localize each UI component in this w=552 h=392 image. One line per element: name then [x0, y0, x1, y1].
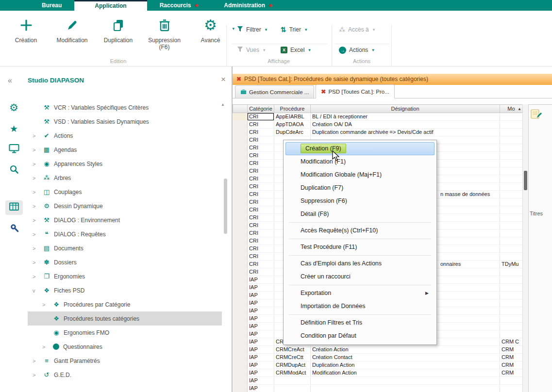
- context-menu-item[interactable]: [288, 222, 432, 223]
- row-selector-cell[interactable]: [233, 292, 248, 299]
- cell-modele[interactable]: [500, 191, 523, 198]
- chevron-icon[interactable]: >: [28, 260, 41, 265]
- menubar-tab-raccourcis[interactable]: Raccourcis❖: [147, 0, 212, 11]
- cell-modele[interactable]: [500, 129, 523, 136]
- cell-designation[interactable]: BL / EDI à receptionner: [311, 113, 500, 121]
- header-procedure[interactable]: Procédure: [274, 105, 311, 113]
- cell-procedure[interactable]: [274, 385, 311, 392]
- vues-button[interactable]: Vues ▾: [237, 43, 265, 57]
- cell-categorie[interactable]: IAP: [248, 307, 274, 315]
- row-selector-cell[interactable]: [233, 237, 248, 245]
- cell-procedure[interactable]: [274, 377, 311, 385]
- header-modele[interactable]: Mo▲: [500, 105, 523, 113]
- context-menu-item[interactable]: [288, 285, 432, 285]
- row-selector-cell[interactable]: [233, 369, 248, 377]
- context-menu-item[interactable]: Suppression (F6): [285, 195, 435, 208]
- chevron-down-icon[interactable]: ▾: [232, 26, 234, 31]
- table-row[interactable]: IAP CRMCreAct Création Action CRM: [233, 346, 523, 354]
- cell-categorie[interactable]: IAP: [248, 369, 274, 377]
- chevron-icon[interactable]: >: [28, 358, 41, 364]
- cell-categorie[interactable]: CRI: [248, 152, 274, 160]
- chevron-icon[interactable]: >: [28, 161, 41, 167]
- row-selector-cell[interactable]: [233, 261, 248, 268]
- cell-categorie[interactable]: IAP: [248, 338, 274, 346]
- context-menu-item[interactable]: Détail (F8): [285, 208, 435, 221]
- cell-procedure[interactable]: AppEIARBL: [274, 113, 311, 121]
- row-selector-cell[interactable]: [233, 183, 248, 191]
- row-selector-cell[interactable]: [233, 299, 248, 307]
- menubar-tab-bureau[interactable]: Bureau: [29, 0, 74, 11]
- sidebar-tree-item[interactable]: > ▦ Agendas: [28, 143, 222, 157]
- cell-designation[interactable]: Création Action: [311, 346, 500, 354]
- sidebar-tree-item[interactable]: > ◫ Couplages: [28, 185, 222, 199]
- cell-designation[interactable]: [311, 377, 500, 385]
- table-row[interactable]: IAP CRMModAct Modification Action CRM: [233, 369, 523, 377]
- table-row[interactable]: IAP CRMDupAct Duplication Action CRM: [233, 361, 523, 369]
- row-selector-cell[interactable]: [233, 144, 248, 152]
- row-selector-cell[interactable]: [233, 160, 248, 167]
- row-selector-cell[interactable]: [233, 245, 248, 253]
- context-menu-item[interactable]: Création (F9): [285, 142, 435, 155]
- cell-categorie[interactable]: CRI: [248, 198, 274, 206]
- acces-a-button[interactable]: ⁂ Accès à ▾: [339, 22, 375, 37]
- row-selector-cell[interactable]: [233, 315, 248, 323]
- duplication-button[interactable]: Duplication: [95, 15, 141, 50]
- cell-categorie[interactable]: IAP: [248, 276, 274, 284]
- chevron-icon[interactable]: >: [28, 189, 41, 195]
- sidebar-scrollbar-thumb[interactable]: [224, 179, 227, 234]
- cell-procedure[interactable]: AppTDAOA: [274, 121, 311, 129]
- cell-categorie[interactable]: IAP: [248, 284, 274, 292]
- sidebar-tree-item[interactable]: > ❝ DIALOG : Requêtes: [28, 227, 222, 241]
- cell-modele[interactable]: [500, 377, 523, 385]
- cell-categorie[interactable]: CRI: [248, 175, 274, 183]
- table-row[interactable]: CRI AppEIARBL BL / EDI à receptionner: [233, 113, 523, 121]
- cell-modele[interactable]: [500, 113, 523, 121]
- cell-categorie[interactable]: CRI: [248, 183, 274, 191]
- modification-button[interactable]: Modification: [49, 15, 95, 50]
- chevron-icon[interactable]: >: [37, 344, 51, 350]
- chevron-icon[interactable]: >: [28, 217, 41, 223]
- cell-modele[interactable]: [500, 121, 523, 129]
- chevron-icon[interactable]: >: [28, 372, 41, 378]
- cell-modele[interactable]: [500, 268, 523, 276]
- chevron-icon[interactable]: >: [28, 274, 41, 279]
- row-selector-cell[interactable]: [233, 338, 248, 346]
- sidebar-tree-item[interactable]: > ▤ Documents: [28, 241, 222, 255]
- sidebar-tree-item[interactable]: > ⚒ DIALOG : Environnement: [28, 213, 222, 227]
- cell-categorie[interactable]: CRI: [248, 144, 274, 152]
- row-selector-cell[interactable]: [233, 284, 248, 292]
- cell-categorie[interactable]: CRI: [248, 167, 274, 175]
- cell-categorie[interactable]: CRI: [248, 253, 274, 261]
- select-all-header[interactable]: [233, 105, 248, 113]
- table-row[interactable]: IAP: [233, 385, 523, 392]
- collapse-sidebar-button[interactable]: «: [8, 76, 12, 85]
- context-menu-item[interactable]: Créer un raccourci: [285, 270, 435, 283]
- cell-categorie[interactable]: IAP: [248, 315, 274, 323]
- cell-categorie[interactable]: CRI: [248, 206, 274, 214]
- chevron-icon[interactable]: >: [28, 147, 41, 153]
- cell-modele[interactable]: [500, 198, 523, 206]
- table-row[interactable]: CRI DupCdeArc Duplication commande archi…: [233, 129, 523, 136]
- context-menu-item[interactable]: Accès Requête(s) (Ctrl+F10): [285, 224, 435, 237]
- context-menu-item[interactable]: Test Procédure (F11): [285, 241, 435, 254]
- sidebar-tree-item[interactable]: ⚒ VSD : Variables Saisies Dynamiques: [28, 114, 222, 129]
- context-menu-item[interactable]: [288, 239, 432, 239]
- actions-button[interactable]: → Actions ▾: [339, 43, 374, 57]
- cell-categorie[interactable]: CRI: [248, 245, 274, 253]
- cell-designation[interactable]: Création OA/ DA: [311, 121, 500, 129]
- cell-categorie[interactable]: IAP: [248, 354, 274, 361]
- cell-modele[interactable]: [500, 385, 523, 392]
- cell-categorie[interactable]: CRI: [248, 160, 274, 167]
- row-selector-cell[interactable]: [233, 198, 248, 206]
- sidebar-tree-item[interactable]: > ✔ Actions: [28, 129, 222, 143]
- context-menu-item[interactable]: Exportation ▶: [285, 287, 435, 300]
- cell-categorie[interactable]: IAP: [248, 323, 274, 330]
- cell-modele[interactable]: [500, 136, 523, 144]
- row-selector-cell[interactable]: [233, 253, 248, 261]
- cell-designation[interactable]: [311, 385, 500, 392]
- table-row[interactable]: IAP CRMCreCtt Création Contact CRM: [233, 354, 523, 361]
- row-selector-cell[interactable]: [233, 354, 248, 361]
- chevron-icon[interactable]: v: [28, 288, 41, 294]
- cell-designation[interactable]: Duplication commande archivée => Devis/C…: [311, 129, 500, 136]
- cell-modele[interactable]: [500, 214, 523, 222]
